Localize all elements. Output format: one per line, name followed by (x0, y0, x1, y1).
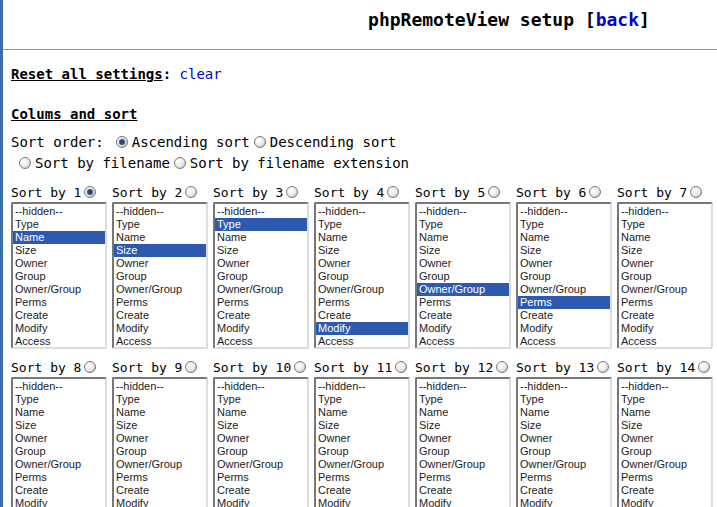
listbox-option[interactable]: Size (114, 419, 206, 432)
listbox-option[interactable]: Perms (114, 296, 206, 309)
listbox-option[interactable]: Type (316, 218, 408, 231)
listbox-option[interactable]: Group (13, 270, 105, 283)
listbox-option[interactable]: Owner (316, 432, 408, 445)
listbox-option[interactable]: Perms (619, 296, 711, 309)
listbox-option[interactable]: --hidden-- (215, 205, 307, 218)
sort-column-listbox[interactable]: --hidden--TypeNameSizeOwnerGroupOwner/Gr… (617, 202, 713, 349)
listbox-option[interactable]: Modify (215, 322, 307, 335)
listbox-option[interactable]: Modify (215, 497, 307, 507)
listbox-option[interactable]: Modify (13, 497, 105, 507)
listbox-option[interactable]: Group (215, 270, 307, 283)
sort-column-radio[interactable] (286, 186, 298, 198)
listbox-option[interactable]: Owner/Group (518, 283, 610, 296)
listbox-option[interactable]: Owner/Group (619, 283, 711, 296)
listbox-option[interactable]: Owner (518, 257, 610, 270)
listbox-option[interactable]: --hidden-- (417, 380, 509, 393)
listbox-option[interactable]: Name (13, 406, 105, 419)
listbox-option[interactable]: Modify (417, 497, 509, 507)
listbox-option[interactable]: Owner (114, 432, 206, 445)
listbox-option[interactable]: --hidden-- (13, 205, 105, 218)
listbox-option[interactable]: Create (316, 309, 408, 322)
listbox-option[interactable]: Type (316, 393, 408, 406)
sort-column-listbox[interactable]: --hidden--TypeNameSizeOwnerGroupOwner/Gr… (516, 377, 612, 507)
listbox-option[interactable]: Size (316, 419, 408, 432)
sort-column-radio[interactable] (698, 361, 710, 373)
listbox-option[interactable]: Name (13, 231, 105, 244)
listbox-option[interactable]: --hidden-- (619, 205, 711, 218)
listbox-option[interactable]: Owner/Group (13, 458, 105, 471)
listbox-option[interactable]: Access (114, 335, 206, 348)
listbox-option[interactable]: Group (518, 445, 610, 458)
listbox-option[interactable]: Size (619, 419, 711, 432)
listbox-option[interactable]: Access (13, 335, 105, 348)
listbox-option[interactable]: Create (215, 484, 307, 497)
listbox-option[interactable]: --hidden-- (518, 380, 610, 393)
listbox-option[interactable]: Group (619, 270, 711, 283)
listbox-option[interactable]: Name (215, 406, 307, 419)
listbox-option[interactable]: Type (518, 393, 610, 406)
listbox-option[interactable]: Size (13, 244, 105, 257)
sort-column-listbox[interactable]: --hidden--TypeNameSizeOwnerGroupOwner/Gr… (213, 202, 309, 349)
listbox-option[interactable]: --hidden-- (316, 380, 408, 393)
listbox-option[interactable]: Owner/Group (316, 458, 408, 471)
listbox-option[interactable]: Size (215, 244, 307, 257)
listbox-option[interactable]: --hidden-- (518, 205, 610, 218)
listbox-option[interactable]: Owner (619, 257, 711, 270)
listbox-option[interactable]: Perms (215, 471, 307, 484)
listbox-option[interactable]: Access (518, 335, 610, 348)
listbox-option[interactable]: Perms (619, 471, 711, 484)
listbox-option[interactable]: Name (114, 406, 206, 419)
sort-column-radio[interactable] (84, 186, 96, 198)
sort-column-listbox[interactable]: --hidden--TypeNameSizeOwnerGroupOwner/Gr… (112, 377, 208, 507)
listbox-option[interactable]: Modify (619, 497, 711, 507)
listbox-option[interactable]: Perms (316, 471, 408, 484)
clear-link[interactable]: clear (180, 66, 222, 82)
listbox-option[interactable]: Group (114, 445, 206, 458)
listbox-option[interactable]: Name (316, 231, 408, 244)
listbox-option[interactable]: Modify (13, 322, 105, 335)
listbox-option[interactable]: Size (215, 419, 307, 432)
sort-column-radio[interactable] (387, 186, 399, 198)
listbox-option[interactable]: Modify (417, 322, 509, 335)
listbox-option[interactable]: Access (316, 335, 408, 348)
sort-column-radio[interactable] (496, 361, 508, 373)
listbox-option[interactable]: Size (417, 244, 509, 257)
listbox-option[interactable]: Type (619, 218, 711, 231)
sort-column-radio[interactable] (589, 186, 601, 198)
listbox-option[interactable]: Perms (417, 296, 509, 309)
listbox-option[interactable]: Group (114, 270, 206, 283)
listbox-option[interactable]: Create (619, 309, 711, 322)
listbox-option[interactable]: Name (417, 231, 509, 244)
listbox-option[interactable]: Owner (417, 432, 509, 445)
listbox-option[interactable]: Modify (619, 322, 711, 335)
listbox-option[interactable]: Name (316, 406, 408, 419)
listbox-option[interactable]: Perms (13, 296, 105, 309)
listbox-option[interactable]: Owner/Group (417, 283, 509, 296)
filename-sort-radio[interactable] (174, 157, 186, 169)
sort-column-radio[interactable] (690, 186, 702, 198)
sort-column-listbox[interactable]: --hidden--TypeNameSizeOwnerGroupOwner/Gr… (617, 377, 713, 507)
listbox-option[interactable]: Create (13, 309, 105, 322)
sort-column-radio[interactable] (185, 361, 197, 373)
sort-column-radio[interactable] (395, 361, 407, 373)
listbox-option[interactable]: Owner (417, 257, 509, 270)
listbox-option[interactable]: Name (215, 231, 307, 244)
listbox-option[interactable]: Group (316, 445, 408, 458)
listbox-option[interactable]: Owner/Group (114, 458, 206, 471)
listbox-option[interactable]: Create (619, 484, 711, 497)
listbox-option[interactable]: Modify (518, 497, 610, 507)
listbox-option[interactable]: Perms (518, 296, 610, 309)
listbox-option[interactable]: Create (518, 484, 610, 497)
listbox-option[interactable]: Type (13, 393, 105, 406)
listbox-option[interactable]: Owner/Group (518, 458, 610, 471)
listbox-option[interactable]: Name (518, 406, 610, 419)
listbox-option[interactable]: Group (619, 445, 711, 458)
sort-column-radio[interactable] (84, 361, 96, 373)
listbox-option[interactable]: Size (417, 419, 509, 432)
sort-column-listbox[interactable]: --hidden--TypeNameSizeOwnerGroupOwner/Gr… (11, 202, 107, 349)
listbox-option[interactable]: Modify (114, 322, 206, 335)
sort-column-listbox[interactable]: --hidden--TypeNameSizeOwnerGroupOwner/Gr… (314, 202, 410, 349)
listbox-option[interactable]: Size (13, 419, 105, 432)
listbox-option[interactable]: Type (518, 218, 610, 231)
listbox-option[interactable]: Type (417, 393, 509, 406)
